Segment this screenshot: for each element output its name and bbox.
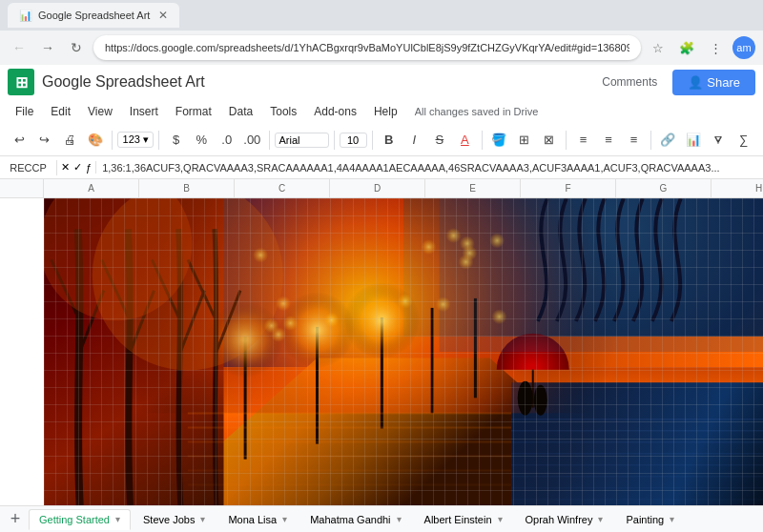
- share-icon: 👤: [688, 75, 703, 90]
- link-button[interactable]: 🔗: [656, 128, 680, 153]
- increase-decimal-button[interactable]: .00: [240, 128, 264, 153]
- toolbar: ↩ ↪ 🖨 🎨 123 ▾ $ % .0 .00 Arial 10 B I S …: [0, 124, 763, 156]
- back-button[interactable]: ←: [8, 36, 31, 59]
- col-header-e[interactable]: E: [425, 179, 521, 197]
- col-header-c[interactable]: C: [235, 179, 330, 197]
- sheet-tab-mona-lisa-label: Mona Lisa: [228, 514, 277, 525]
- col-header-b[interactable]: B: [139, 179, 235, 197]
- strikethrough-button[interactable]: S: [428, 128, 452, 153]
- chart-button[interactable]: 📊: [681, 128, 705, 153]
- sheets-logo: [8, 69, 34, 95]
- browser-chrome: 📊 Google Spreadsheet Art ✕ ← → ↻ ☆ 🧩 ⋮ a…: [0, 0, 763, 65]
- decrease-decimal-button[interactable]: .0: [215, 128, 238, 153]
- toolbar-separator-8: [650, 131, 651, 150]
- sheet-tab-albert-einstein-close[interactable]: ▾: [498, 514, 503, 524]
- bottom-bar: + Getting Started ▾ Steve Jobs ▾ Mona Li…: [0, 505, 763, 532]
- cell-reference[interactable]: RECCP: [0, 160, 57, 175]
- sheet-tab-oprah-winfrey-close[interactable]: ▾: [598, 514, 603, 524]
- menu-tools[interactable]: Tools: [262, 103, 304, 120]
- align-center-button[interactable]: ≡: [597, 128, 621, 153]
- toolbar-separator-6: [482, 131, 483, 150]
- sheet-tab-steve-jobs[interactable]: Steve Jobs ▾: [133, 509, 216, 530]
- corner-cell: [0, 179, 44, 197]
- sheets-app: Google Spreadsheet Art Comments 👤 Share …: [0, 65, 763, 532]
- print-button[interactable]: 🖨: [58, 128, 82, 153]
- menu-file[interactable]: File: [8, 103, 41, 120]
- sheet-tab-painting-label: Painting: [626, 514, 664, 525]
- col-header-a[interactable]: A: [44, 179, 139, 197]
- fill-color-button[interactable]: 🪣: [487, 128, 511, 153]
- sheet-tab-getting-started-close[interactable]: ▾: [115, 514, 120, 524]
- share-button[interactable]: 👤 Share: [672, 70, 755, 95]
- sheet-tab-mahatma-gandhi-close[interactable]: ▾: [397, 514, 402, 524]
- italic-button[interactable]: I: [402, 128, 426, 153]
- menu-data[interactable]: Data: [221, 103, 260, 120]
- toolbar-separator-2: [158, 131, 159, 150]
- sheet-tab-mona-lisa[interactable]: Mona Lisa ▾: [217, 509, 298, 530]
- sheet-tab-steve-jobs-close[interactable]: ▾: [200, 514, 205, 524]
- sheet-tab-mahatma-gandhi-label: Mahatma Gandhi: [310, 514, 390, 525]
- browser-actions: ☆ 🧩 ⋮ am: [647, 36, 755, 59]
- formula-content[interactable]: 1,36:1,36ACUF3,QRACVAAAA3,SRACAAAAAA1,4A…: [96, 160, 763, 175]
- col-header-g[interactable]: G: [616, 179, 711, 197]
- extensions-button[interactable]: 🧩: [675, 36, 698, 59]
- address-bar[interactable]: [93, 35, 641, 60]
- forward-button[interactable]: →: [36, 36, 59, 59]
- sheet-tab-oprah-winfrey[interactable]: Oprah Winfrey ▾: [515, 509, 614, 530]
- font-size-selector[interactable]: 10: [340, 133, 367, 148]
- menu-help[interactable]: Help: [366, 103, 405, 120]
- col-header-h[interactable]: H: [711, 179, 763, 197]
- menu-format[interactable]: Format: [168, 103, 219, 120]
- zoom-control[interactable]: 123 ▾: [117, 132, 154, 148]
- star-button[interactable]: ☆: [647, 36, 670, 59]
- sheet-tab-painting[interactable]: Painting ▾: [615, 509, 685, 530]
- settings-button[interactable]: ⋮: [704, 36, 727, 59]
- autosave-status: All changes saved in Drive: [415, 106, 539, 117]
- comments-button[interactable]: Comments: [594, 72, 665, 92]
- col-header-d[interactable]: D: [330, 179, 425, 197]
- currency-button[interactable]: $: [164, 128, 188, 153]
- sheet-tab-mahatma-gandhi[interactable]: Mahatma Gandhi ▾: [299, 509, 411, 530]
- refresh-button[interactable]: ↻: [65, 36, 88, 59]
- sheet-tab-getting-started[interactable]: Getting Started ▾: [29, 509, 131, 530]
- align-left-button[interactable]: ≡: [571, 128, 595, 153]
- formula-icons: ✕ ✓ ƒ: [57, 161, 96, 174]
- col-header-f[interactable]: F: [521, 179, 616, 197]
- menu-edit[interactable]: Edit: [43, 103, 78, 120]
- paint-format-button[interactable]: 🎨: [84, 128, 108, 153]
- painting-area: [44, 198, 763, 505]
- share-label: Share: [707, 75, 740, 90]
- tab-title: Google Spreadsheet Art: [38, 10, 150, 21]
- undo-button[interactable]: ↩: [8, 128, 31, 153]
- font-selector[interactable]: Arial: [275, 133, 329, 148]
- tab-bar: 📊 Google Spreadsheet Art ✕: [0, 0, 763, 31]
- sheet-tab-oprah-winfrey-label: Oprah Winfrey: [526, 514, 593, 525]
- text-color-button[interactable]: A: [453, 128, 477, 153]
- sheets-header: Google Spreadsheet Art Comments 👤 Share: [0, 65, 763, 99]
- filter-button[interactable]: ⛛: [707, 128, 731, 153]
- sheet-tab-painting-close[interactable]: ▾: [670, 514, 674, 524]
- function-button[interactable]: ∑: [732, 128, 755, 153]
- browser-tab[interactable]: 📊 Google Spreadsheet Art ✕: [8, 3, 179, 28]
- sheet-tab-mona-lisa-close[interactable]: ▾: [282, 514, 287, 524]
- align-right-button[interactable]: ≡: [622, 128, 646, 153]
- merge-button[interactable]: ⊠: [538, 128, 562, 153]
- add-sheet-button[interactable]: +: [4, 508, 27, 531]
- menu-view[interactable]: View: [80, 103, 120, 120]
- painting-canvas: [44, 198, 763, 505]
- formula-reject-icon[interactable]: ✕: [61, 161, 70, 174]
- toolbar-separator-4: [334, 131, 335, 150]
- sheet-tab-albert-einstein[interactable]: Albert Einstein ▾: [414, 509, 513, 530]
- menu-insert[interactable]: Insert: [122, 103, 166, 120]
- percent-button[interactable]: %: [190, 128, 214, 153]
- profile-icon[interactable]: am: [732, 36, 755, 59]
- sheet-tab-steve-jobs-label: Steve Jobs: [143, 514, 195, 525]
- formula-function-icon[interactable]: ƒ: [86, 162, 92, 174]
- sheets-header-right: Comments 👤 Share: [594, 70, 755, 95]
- redo-button[interactable]: ↪: [33, 128, 57, 153]
- bold-button[interactable]: B: [377, 128, 401, 153]
- borders-button[interactable]: ⊞: [512, 128, 536, 153]
- tab-close-button[interactable]: ✕: [158, 9, 168, 22]
- formula-accept-icon[interactable]: ✓: [73, 161, 82, 174]
- menu-addons[interactable]: Add-ons: [306, 103, 364, 120]
